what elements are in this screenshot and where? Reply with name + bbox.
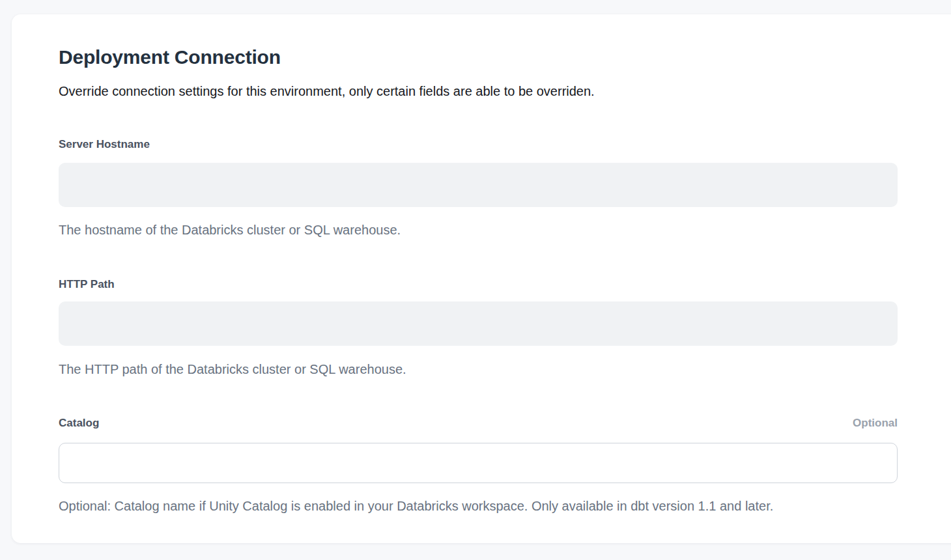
page-title: Deployment Connection <box>59 44 898 70</box>
field-catalog: Catalog Optional Optional: Catalog name … <box>59 415 898 514</box>
field-http-path: HTTP Path The HTTP path of the Databrick… <box>59 277 898 378</box>
catalog-optional-badge: Optional <box>853 415 898 430</box>
page: { "form": { "title": "Deployment Connect… <box>0 0 951 560</box>
catalog-input[interactable] <box>59 443 898 483</box>
card-content: Deployment Connection Override connectio… <box>12 14 898 514</box>
catalog-label: Catalog <box>59 415 99 430</box>
server-hostname-input[interactable] <box>59 163 898 207</box>
server-hostname-help: The hostname of the Databricks cluster o… <box>59 221 898 238</box>
catalog-label-row: Catalog Optional <box>59 415 898 430</box>
page-subtitle: Override connection settings for this en… <box>59 83 898 100</box>
http-path-input[interactable] <box>59 301 898 346</box>
field-server-hostname: Server Hostname The hostname of the Data… <box>59 137 898 238</box>
http-path-label-row: HTTP Path <box>59 277 898 292</box>
http-path-help: The HTTP path of the Databricks cluster … <box>59 361 898 378</box>
server-hostname-label-row: Server Hostname <box>59 137 898 152</box>
http-path-label: HTTP Path <box>59 277 115 292</box>
server-hostname-label: Server Hostname <box>59 137 150 152</box>
catalog-help: Optional: Catalog name if Unity Catalog … <box>59 497 898 514</box>
deployment-connection-card: Deployment Connection Override connectio… <box>12 14 951 543</box>
